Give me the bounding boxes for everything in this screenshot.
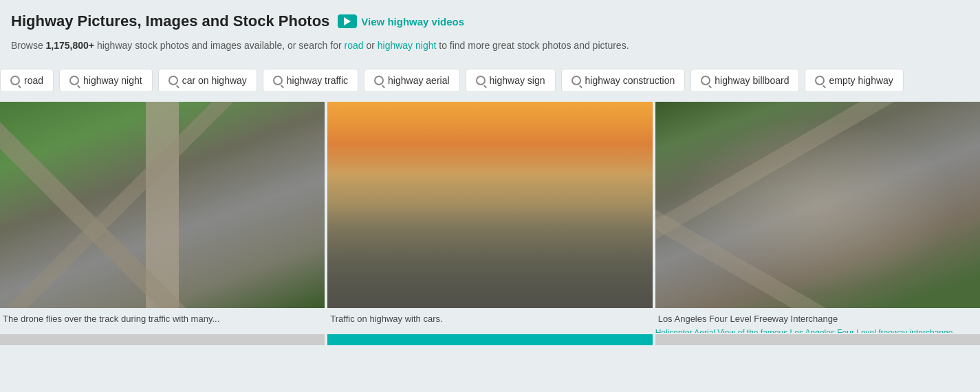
video-icon [338,14,357,28]
tag-label: highway construction [585,75,675,86]
search-icon [10,76,20,85]
image-card-2[interactable]: Traffic on highway with cars. [327,102,652,333]
tag-label: highway traffic [287,75,348,86]
tag-label: highway night [83,75,142,86]
image-caption-2: Traffic on highway with cars. [327,308,652,327]
page-title: Highway Pictures, Images and Stock Photo… [11,12,329,30]
browse-suffix2: to find more great stock photos and pict… [439,40,629,51]
tag-label: highway aerial [388,75,450,86]
browse-keyword: highway [97,40,132,51]
image-caption-1: The drone flies over the track during tr… [0,308,325,327]
page-wrapper: Highway Pictures, Images and Stock Photo… [0,0,980,392]
browse-link-road[interactable]: road [344,40,363,51]
images-grid: The drone flies over the track during tr… [0,99,980,333]
tag-pill-highway-aerial[interactable]: highway aerial [364,69,460,92]
tag-label: car on highway [182,75,247,86]
image-sunset [327,102,652,308]
browse-text-main: stock photos and images available, or se… [135,40,344,51]
title-row: Highway Pictures, Images and Stock Photo… [11,12,969,30]
tag-label: road [24,75,43,86]
search-icon [815,76,825,85]
search-icon [374,76,384,85]
bottom-strip-2 [327,334,652,345]
tag-pill-highway-traffic[interactable]: highway traffic [263,69,358,92]
tag-label: empty highway [829,75,893,86]
tag-label: highway billboard [715,75,789,86]
browse-text: Browse 1,175,800+ highway stock photos a… [11,40,969,51]
view-videos-link[interactable]: View highway videos [338,14,464,28]
bottom-strip [0,334,980,345]
search-icon [69,76,79,85]
tag-label: highway sign [490,75,545,86]
tag-pill-road[interactable]: road [0,69,54,92]
image-card-3[interactable]: Los Angeles Four Level Freeway Interchan… [655,102,980,333]
browse-or: or [366,40,377,51]
bottom-strip-1 [0,334,325,345]
image-la [655,102,980,308]
image-aerial [0,102,325,308]
view-videos-label: View highway videos [361,16,464,28]
image-card-1[interactable]: The drone flies over the track during tr… [0,102,325,333]
search-icon [701,76,710,85]
search-icon [168,76,178,85]
tag-pill-highway-billboard[interactable]: highway billboard [690,69,799,92]
tag-pill-highway-construction[interactable]: highway construction [561,69,686,92]
image-caption-3: Los Angeles Four Level Freeway Interchan… [655,308,980,327]
browse-link-night[interactable]: highway night [378,40,437,51]
search-icon [273,76,283,85]
tags-row: roadhighway nightcar on highwayhighway t… [0,69,980,99]
tag-pill-highway-sign[interactable]: highway sign [466,69,556,92]
tag-pill-car-on-highway[interactable]: car on highway [158,69,257,92]
browse-count: 1,175,800+ [46,40,94,51]
search-icon [476,76,486,85]
tag-pill-highway-night[interactable]: highway night [59,69,153,92]
image-caption-sub-3: Helicopter Aerial View of the famous Los… [655,328,980,333]
bottom-strip-3 [655,334,980,345]
tag-pill-empty-highway[interactable]: empty highway [805,69,903,92]
search-icon [571,76,581,85]
header-section: Highway Pictures, Images and Stock Photo… [0,0,980,69]
